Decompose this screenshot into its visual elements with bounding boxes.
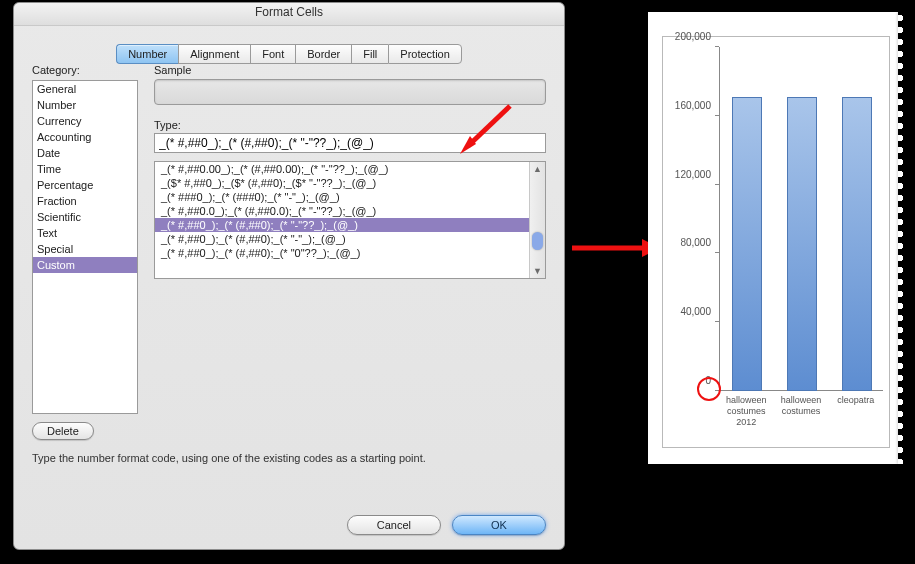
y-tick — [715, 390, 719, 391]
hint-text: Type the number format code, using one o… — [32, 452, 426, 464]
chart-bar — [732, 97, 762, 391]
list-item[interactable]: Accounting — [33, 129, 137, 145]
cancel-button[interactable]: Cancel — [347, 515, 441, 535]
delete-button[interactable]: Delete — [32, 422, 94, 440]
list-item[interactable]: Percentage — [33, 177, 137, 193]
x-tick-label: cleopatra — [828, 395, 883, 445]
category-label: Category: — [32, 64, 80, 76]
list-item[interactable]: General — [33, 81, 137, 97]
scroll-up-icon[interactable]: ▲ — [530, 162, 545, 176]
tab-number[interactable]: Number — [116, 44, 178, 64]
list-item[interactable]: _($* #,##0_);_($* (#,##0);_($* "-"??_);_… — [155, 176, 545, 190]
tab-border[interactable]: Border — [295, 44, 351, 64]
list-item[interactable]: _(* #,##0_);_(* (#,##0);_(* "0"??_);_(@_… — [155, 246, 545, 260]
list-item[interactable]: Text — [33, 225, 137, 241]
scrollbar[interactable]: ▲ ▼ — [529, 162, 545, 278]
y-tick — [715, 115, 719, 116]
list-item[interactable]: _(* #,##0.00_);_(* (#,##0.00);_(* "-"??_… — [155, 162, 545, 176]
y-tick-label: 40,000 — [680, 306, 711, 317]
format-code-list[interactable]: _(* #,##0.00_);_(* (#,##0.00);_(* "-"??_… — [154, 161, 546, 279]
ok-button[interactable]: OK — [452, 515, 546, 535]
type-input[interactable] — [154, 133, 546, 153]
y-tick-label: 160,000 — [675, 99, 711, 110]
x-axis-labels: halloween costumes 2012halloween costume… — [719, 395, 883, 445]
chart-bar — [842, 97, 872, 391]
chart-plot-area: 040,00080,000120,000160,000200,000 hallo… — [662, 36, 890, 448]
tab-bar: Number Alignment Font Border Fill Protec… — [14, 44, 564, 64]
dialog-title: Format Cells — [14, 3, 564, 26]
y-tick — [715, 184, 719, 185]
y-tick-label: 0 — [705, 375, 711, 386]
y-tick — [715, 252, 719, 253]
list-item[interactable]: _(* #,##0.0_);_(* (#,##0.0);_(* "-"??_);… — [155, 204, 545, 218]
list-item[interactable]: Number — [33, 97, 137, 113]
list-item[interactable]: Currency — [33, 113, 137, 129]
y-tick-label: 120,000 — [675, 168, 711, 179]
x-tick-label: halloween costumes — [774, 395, 829, 445]
list-item[interactable]: Date — [33, 145, 137, 161]
chart-bar — [787, 97, 817, 391]
list-item[interactable]: Fraction — [33, 193, 137, 209]
format-cells-dialog: Format Cells Number Alignment Font Borde… — [13, 2, 565, 550]
list-item[interactable]: Time — [33, 161, 137, 177]
chart-panel: 040,00080,000120,000160,000200,000 hallo… — [648, 12, 904, 464]
sample-label: Sample — [154, 64, 546, 76]
list-item[interactable]: _(* #,##0_);_(* (#,##0);_(* "-"_);_(@_) — [155, 232, 545, 246]
scroll-down-icon[interactable]: ▼ — [530, 264, 545, 278]
y-axis-labels: 040,00080,000120,000160,000200,000 — [663, 47, 715, 391]
x-tick-label: halloween costumes 2012 — [719, 395, 774, 445]
category-list[interactable]: General Number Currency Accounting Date … — [32, 80, 138, 414]
sample-preview — [154, 79, 546, 105]
tab-alignment[interactable]: Alignment — [178, 44, 250, 64]
scroll-thumb[interactable] — [532, 232, 543, 250]
list-item[interactable]: _(* #,##0_);_(* (#,##0);_(* "-"??_);_(@_… — [155, 218, 545, 232]
list-item[interactable]: _(* ###0_);_(* (###0);_(* "-"_);_(@_) — [155, 190, 545, 204]
tab-protection[interactable]: Protection — [388, 44, 462, 64]
tab-fill[interactable]: Fill — [351, 44, 388, 64]
y-tick — [715, 321, 719, 322]
list-item[interactable]: Scientific — [33, 209, 137, 225]
list-item[interactable]: Custom — [33, 257, 137, 273]
list-item[interactable]: Special — [33, 241, 137, 257]
tab-font[interactable]: Font — [250, 44, 295, 64]
y-tick-label: 200,000 — [675, 31, 711, 42]
y-axis — [719, 47, 720, 391]
y-tick — [715, 46, 719, 47]
type-label: Type: — [154, 119, 546, 131]
y-tick-label: 80,000 — [680, 237, 711, 248]
